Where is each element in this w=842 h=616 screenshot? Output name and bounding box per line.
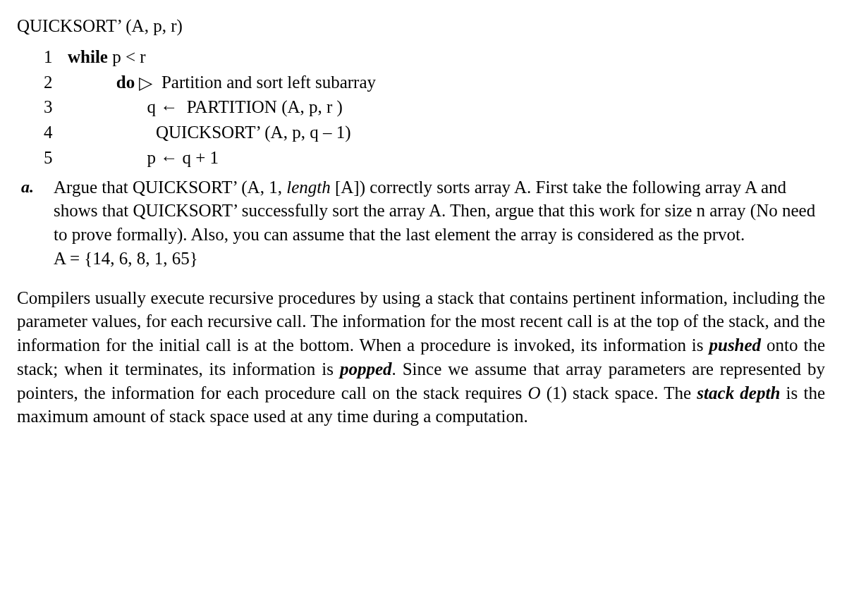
algo-line-1: 1 while p < r	[44, 45, 825, 69]
algo-line-5: 5 p ← q + 1	[44, 146, 825, 170]
code-text: p < r	[108, 47, 146, 66]
code-content: while p < r	[68, 45, 146, 69]
question-a: a. Argue that QUICKSORT’ (A, 1, length […	[21, 175, 825, 271]
triangle-icon: ▷	[135, 71, 157, 95]
code-pad	[68, 97, 147, 116]
term-popped: popped	[340, 359, 392, 378]
code-content: p ← q + 1	[68, 146, 219, 170]
code-pad	[68, 123, 156, 142]
code-content: do ▷ Partition and sort left subarray	[68, 70, 376, 94]
code-content: q ← PARTITION (A, p, r )	[68, 95, 343, 119]
line-number: 4	[44, 121, 68, 144]
keyword-do: do	[116, 73, 135, 92]
algorithm-header: QUICKSORT’ (A, p, r)	[17, 14, 825, 38]
code-pad	[68, 148, 147, 167]
algorithm-body: 1 while p < r 2 do ▷ Partition and sort …	[44, 45, 825, 170]
big-o-notation: O	[527, 383, 540, 402]
question-label: a.	[21, 175, 54, 271]
line-number: 2	[44, 70, 68, 94]
italic-length: length	[286, 178, 331, 197]
term-pushed: pushed	[709, 335, 761, 355]
comment-text: Partition and sort left subarray	[157, 73, 376, 92]
algo-line-3: 3 q ← PARTITION (A, p, r )	[44, 95, 825, 119]
code-text: p ← q + 1	[147, 148, 219, 167]
code-content: QUICKSORT’ (A, p, q – 1)	[68, 121, 351, 144]
algo-line-2: 2 do ▷ Partition and sort left subarray	[44, 70, 825, 94]
explanation-paragraph: Compilers usually execute recursive proc…	[17, 286, 825, 429]
code-pad	[68, 73, 116, 92]
algo-line-4: 4 QUICKSORT’ (A, p, q – 1)	[44, 121, 825, 144]
keyword-while: while	[68, 47, 108, 66]
line-number: 3	[44, 95, 68, 119]
line-number: 1	[44, 45, 68, 69]
line-number: 5	[44, 146, 68, 170]
array-definition: A = {14, 6, 8, 1, 65}	[54, 249, 198, 268]
term-stack-depth: stack depth	[697, 383, 780, 402]
para-seg: Compilers usually execute recursive proc…	[17, 288, 825, 355]
para-seg: (1) stack space. The	[540, 383, 697, 402]
question-body: Argue that QUICKSORT’ (A, 1, length [A])…	[54, 175, 825, 271]
code-text: QUICKSORT’ (A, p, q – 1)	[156, 123, 351, 142]
code-text: q ← PARTITION (A, p, r )	[147, 97, 343, 116]
q-seg: Argue that QUICKSORT’ (A, 1,	[54, 178, 286, 197]
